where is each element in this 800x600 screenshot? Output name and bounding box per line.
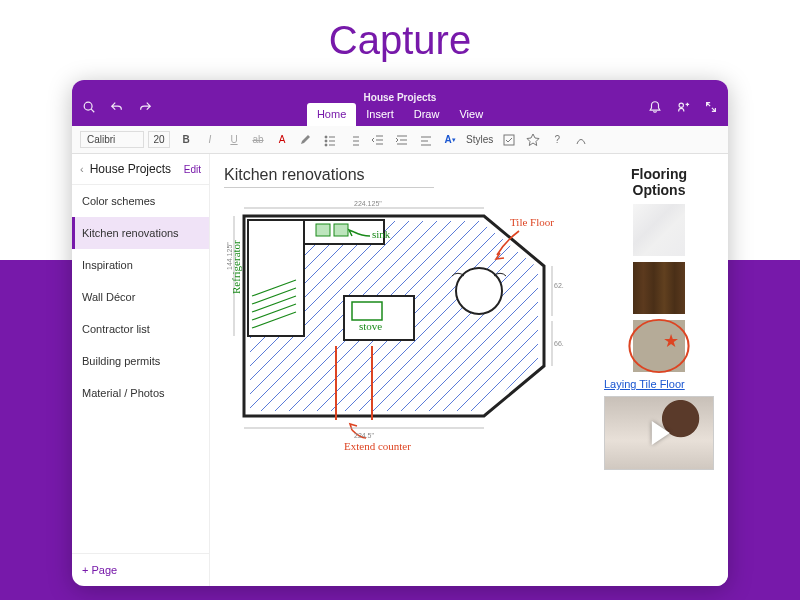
bullets-icon[interactable] xyxy=(322,132,338,148)
tag-icon[interactable] xyxy=(525,132,541,148)
video-thumbnail[interactable] xyxy=(604,396,714,470)
sidebar-item-color-schemes[interactable]: Color schemes xyxy=(72,185,209,217)
strike-icon[interactable]: ab xyxy=(250,132,266,148)
ink-icon[interactable] xyxy=(573,132,589,148)
annot-extend: Extend counter xyxy=(344,440,411,452)
sidebar-item-material[interactable]: Material / Photos xyxy=(72,377,209,409)
search-icon[interactable] xyxy=(82,100,96,114)
swatch-tile[interactable]: ★ xyxy=(633,320,685,372)
svg-rect-27 xyxy=(352,302,382,320)
add-page-button[interactable]: + Page xyxy=(72,553,209,586)
indent-icon[interactable] xyxy=(394,132,410,148)
help-icon[interactable]: ? xyxy=(549,132,565,148)
back-icon[interactable]: ‹ xyxy=(80,163,84,175)
svg-point-7 xyxy=(325,144,327,146)
tab-home[interactable]: Home xyxy=(307,103,356,126)
undo-icon[interactable] xyxy=(110,100,124,114)
notebook-name[interactable]: House Projects xyxy=(364,88,437,103)
titlebar-right xyxy=(648,100,718,126)
numbers-icon[interactable] xyxy=(346,132,362,148)
svg-rect-21 xyxy=(504,135,514,145)
app-body: ‹ House Projects Edit Color schemes Kitc… xyxy=(72,154,728,586)
bold-icon[interactable]: B xyxy=(178,132,194,148)
align-icon[interactable] xyxy=(418,132,434,148)
annot-sink: sink xyxy=(372,228,391,240)
styles-icon[interactable]: A▾ xyxy=(442,132,458,148)
star-icon: ★ xyxy=(663,330,679,352)
dim-rt: 62.5" xyxy=(554,282,564,289)
app-window: House Projects Home Insert Draw View Cal… xyxy=(72,80,728,586)
font-controls: Calibri 20 xyxy=(80,131,170,148)
tab-insert[interactable]: Insert xyxy=(356,103,404,126)
hero-title: Capture xyxy=(0,0,800,63)
sidebar-item-wall-decor[interactable]: Wall Décor xyxy=(72,281,209,313)
swatch-wood[interactable] xyxy=(633,262,685,314)
page-list: Color schemes Kitchen renovations Inspir… xyxy=(72,185,209,553)
svg-point-0 xyxy=(84,102,92,110)
swatch-marble[interactable] xyxy=(633,204,685,256)
flooring-link[interactable]: Laying Tile Floor xyxy=(604,378,714,390)
underline-icon[interactable]: U xyxy=(226,132,242,148)
titlebar: House Projects Home Insert Draw View xyxy=(72,80,728,126)
annot-fridge: Refrigerator xyxy=(230,240,242,294)
floorplan: 224.125" 144.125" 224.5" 62.5" 66.75" Ti… xyxy=(224,196,564,458)
edit-button[interactable]: Edit xyxy=(184,164,201,175)
svg-rect-24 xyxy=(316,224,330,236)
bell-icon[interactable] xyxy=(648,100,662,114)
section-title[interactable]: House Projects xyxy=(90,162,184,176)
note-canvas[interactable]: 224.125" 144.125" 224.5" 62.5" 66.75" Ti… xyxy=(210,154,728,586)
styles-label[interactable]: Styles xyxy=(466,134,493,145)
svg-point-5 xyxy=(325,140,327,142)
sidebar: ‹ House Projects Edit Color schemes Kitc… xyxy=(72,154,210,586)
page-title[interactable] xyxy=(224,166,434,188)
annot-tile: Tile Floor xyxy=(510,216,554,228)
share-icon[interactable] xyxy=(676,100,690,114)
tab-draw[interactable]: Draw xyxy=(404,103,450,126)
sidebar-item-permits[interactable]: Building permits xyxy=(72,345,209,377)
font-color-icon[interactable]: A xyxy=(274,132,290,148)
todo-icon[interactable] xyxy=(501,132,517,148)
flooring-heading: Flooring Options xyxy=(604,166,714,198)
play-icon xyxy=(652,421,670,445)
ribbon-tabs: Home Insert Draw View xyxy=(307,103,493,126)
svg-point-2 xyxy=(679,103,683,107)
svg-rect-25 xyxy=(334,224,348,236)
svg-line-1 xyxy=(91,109,94,112)
sidebar-item-kitchen[interactable]: Kitchen renovations xyxy=(72,217,209,249)
tab-view[interactable]: View xyxy=(449,103,493,126)
font-size-input[interactable]: 20 xyxy=(148,131,170,148)
ribbon: Calibri 20 B I U ab A A▾ Styles ? xyxy=(72,126,728,154)
sidebar-item-contractor[interactable]: Contractor list xyxy=(72,313,209,345)
highlight-icon[interactable] xyxy=(298,132,314,148)
titlebar-center: House Projects Home Insert Draw View xyxy=(152,88,648,126)
font-name-select[interactable]: Calibri xyxy=(80,131,144,148)
svg-point-3 xyxy=(325,136,327,138)
redo-icon[interactable] xyxy=(138,100,152,114)
outdent-icon[interactable] xyxy=(370,132,386,148)
titlebar-left xyxy=(82,100,152,126)
sidebar-item-inspiration[interactable]: Inspiration xyxy=(72,249,209,281)
dim-rb: 66.75" xyxy=(554,340,564,347)
dim-bottom: 224.5" xyxy=(354,432,375,439)
dim-top: 224.125" xyxy=(354,200,382,207)
sidebar-header: ‹ House Projects Edit xyxy=(72,154,209,185)
fullscreen-icon[interactable] xyxy=(704,100,718,114)
flooring-panel: Flooring Options ★ Laying Tile Floor xyxy=(604,166,714,470)
annot-stove: stove xyxy=(359,320,382,332)
italic-icon[interactable]: I xyxy=(202,132,218,148)
selection-circle-icon xyxy=(628,319,689,373)
